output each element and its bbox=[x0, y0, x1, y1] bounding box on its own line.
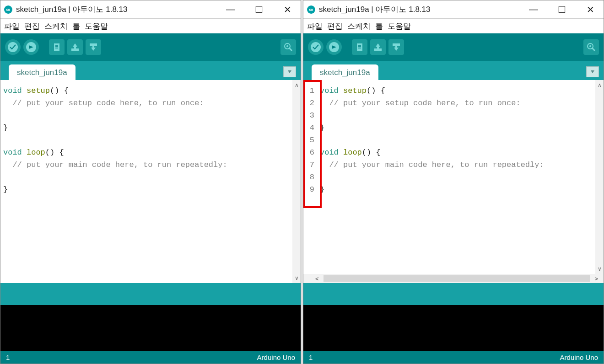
open-button[interactable] bbox=[67, 39, 83, 55]
arduino-icon bbox=[307, 5, 315, 14]
tab-sketch[interactable]: sketch_jun19a bbox=[9, 64, 76, 80]
close-button[interactable]: ✕ bbox=[282, 4, 292, 15]
upload-button[interactable] bbox=[326, 39, 342, 55]
svg-point-32 bbox=[589, 45, 591, 47]
line-number: 6 bbox=[310, 146, 314, 159]
svg-marker-25 bbox=[376, 43, 380, 47]
svg-rect-20 bbox=[357, 43, 362, 51]
save-button[interactable] bbox=[388, 39, 404, 55]
menu-bar: 파일편집스케치툴도움말 bbox=[303, 19, 604, 33]
minimize-button[interactable]: — bbox=[528, 4, 539, 15]
window-right: sketch_jun19a | 아두이노 1.8.13 — ☐ ✕ 파일편집스케… bbox=[303, 0, 604, 364]
tab-sketch[interactable]: sketch_jun19a bbox=[312, 64, 378, 80]
close-button[interactable]: ✕ bbox=[585, 4, 595, 15]
svg-marker-16 bbox=[288, 70, 291, 73]
status-bar: 1 Arduino Uno bbox=[0, 351, 301, 364]
scroll-down-icon[interactable]: ∨ bbox=[598, 266, 602, 272]
console-output bbox=[303, 305, 604, 351]
svg-point-15 bbox=[286, 45, 288, 47]
new-button[interactable] bbox=[352, 39, 367, 55]
code-editor[interactable]: void setup() { // put your setup code he… bbox=[0, 80, 301, 283]
status-line-number: 1 bbox=[309, 353, 313, 361]
code-editor[interactable]: 123456789 void setup() { // put your set… bbox=[303, 80, 604, 274]
svg-marker-33 bbox=[591, 70, 594, 73]
svg-point-0 bbox=[8, 42, 18, 52]
svg-rect-29 bbox=[395, 45, 397, 48]
line-number: 5 bbox=[310, 134, 314, 146]
status-board-name: Arduino Uno bbox=[560, 353, 598, 361]
tab-row: sketch_jun19a bbox=[0, 61, 301, 80]
serial-monitor-button[interactable] bbox=[280, 39, 296, 55]
menu-item-3[interactable]: 툴 bbox=[375, 21, 383, 32]
scroll-up-icon[interactable]: ∧ bbox=[295, 82, 299, 88]
svg-rect-3 bbox=[54, 43, 59, 51]
menu-bar: 파일편집스케치툴도움말 bbox=[0, 19, 301, 33]
hscroll-track[interactable] bbox=[324, 275, 590, 282]
scroll-up-icon[interactable]: ∧ bbox=[598, 82, 602, 88]
menu-item-4[interactable]: 도움말 bbox=[388, 21, 411, 32]
code-area[interactable]: void setup() { // put your setup code he… bbox=[317, 80, 595, 274]
toolbar bbox=[0, 33, 301, 61]
horizontal-scrollbar[interactable]: < > bbox=[303, 274, 604, 283]
title-bar: sketch_jun19a | 아두이노 1.8.13 — ☐ ✕ bbox=[0, 0, 301, 19]
window-title: sketch_jun19a | 아두이노 1.8.13 bbox=[16, 4, 128, 15]
serial-monitor-button[interactable] bbox=[583, 39, 599, 55]
menu-item-1[interactable]: 편집 bbox=[24, 21, 40, 32]
verify-button[interactable] bbox=[5, 39, 21, 55]
line-number: 7 bbox=[310, 159, 314, 171]
maximize-button[interactable]: ☐ bbox=[254, 4, 264, 15]
svg-point-17 bbox=[311, 42, 321, 52]
svg-line-31 bbox=[592, 48, 595, 51]
line-number: 4 bbox=[310, 122, 314, 134]
scroll-left-icon[interactable]: < bbox=[313, 275, 322, 282]
status-strip bbox=[303, 283, 604, 305]
tab-row: sketch_jun19a bbox=[303, 61, 604, 80]
menu-item-2[interactable]: 스케치 bbox=[347, 21, 371, 32]
toolbar bbox=[303, 33, 604, 61]
menu-item-3[interactable]: 툴 bbox=[72, 21, 80, 32]
window-left: sketch_jun19a | 아두이노 1.8.13 — ☐ ✕ 파일편집스케… bbox=[0, 0, 301, 364]
line-number: 2 bbox=[310, 97, 314, 109]
maximize-button[interactable]: ☐ bbox=[557, 4, 567, 15]
window-controls: — ☐ ✕ bbox=[528, 4, 600, 15]
svg-rect-12 bbox=[92, 45, 94, 48]
save-button[interactable] bbox=[86, 39, 101, 55]
line-number-gutter: 123456789 bbox=[303, 80, 317, 274]
window-title: sketch_jun19a | 아두이노 1.8.13 bbox=[319, 4, 431, 15]
vertical-scrollbar[interactable]: ∧ ∨ bbox=[595, 80, 604, 274]
tab-menu-dropdown[interactable] bbox=[283, 66, 296, 77]
arduino-icon bbox=[4, 5, 12, 14]
scroll-right-icon[interactable]: > bbox=[592, 275, 601, 282]
code-area[interactable]: void setup() { // put your setup code he… bbox=[0, 80, 292, 283]
menu-item-4[interactable]: 도움말 bbox=[85, 21, 108, 32]
menu-item-2[interactable]: 스케치 bbox=[44, 21, 68, 32]
open-button[interactable] bbox=[370, 39, 386, 55]
new-button[interactable] bbox=[49, 39, 65, 55]
svg-line-14 bbox=[289, 48, 292, 51]
line-number: 8 bbox=[310, 171, 314, 183]
window-controls: — ☐ ✕ bbox=[226, 4, 297, 15]
status-bar: 1 Arduino Uno bbox=[303, 351, 604, 364]
menu-item-1[interactable]: 편집 bbox=[327, 21, 343, 32]
line-number: 9 bbox=[310, 183, 314, 196]
svg-marker-28 bbox=[394, 48, 399, 51]
line-number: 1 bbox=[310, 85, 314, 97]
menu-item-0[interactable]: 파일 bbox=[307, 21, 323, 32]
svg-rect-26 bbox=[377, 46, 379, 49]
status-board-name: Arduino Uno bbox=[257, 353, 295, 361]
verify-button[interactable] bbox=[308, 39, 324, 55]
status-strip bbox=[0, 283, 301, 305]
scroll-down-icon[interactable]: ∨ bbox=[295, 275, 299, 281]
menu-item-0[interactable]: 파일 bbox=[4, 21, 20, 32]
tab-menu-dropdown[interactable] bbox=[586, 66, 599, 77]
line-number: 3 bbox=[310, 109, 314, 122]
minimize-button[interactable]: — bbox=[226, 4, 236, 15]
svg-rect-9 bbox=[74, 46, 76, 49]
svg-marker-11 bbox=[91, 48, 96, 51]
upload-button[interactable] bbox=[23, 39, 39, 55]
vertical-scrollbar[interactable]: ∧ ∨ bbox=[292, 80, 301, 283]
status-line-number: 1 bbox=[6, 353, 10, 361]
title-bar: sketch_jun19a | 아두이노 1.8.13 — ☐ ✕ bbox=[303, 0, 604, 19]
console-output bbox=[0, 305, 301, 351]
svg-marker-8 bbox=[73, 43, 77, 47]
